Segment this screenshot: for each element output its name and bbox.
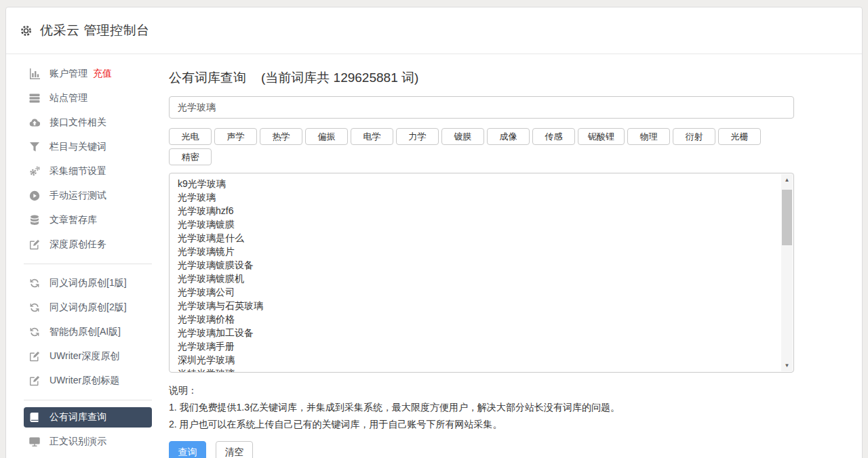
sidebar-item-interface-files[interactable]: 接口文件相关 <box>24 110 152 135</box>
tag-row: 精密 <box>169 148 794 165</box>
sidebar-item-label: 栏目与关键词 <box>50 141 106 153</box>
page-title: 公有词库查询 (当前词库共 129625881 词) <box>169 68 794 87</box>
keyword-results-list[interactable]: k9光学玻璃 光学玻璃 光学玻璃hzf6 光学玻璃镀膜 光学玻璃是什么 光学玻璃… <box>169 173 794 373</box>
edit-icon <box>29 239 40 250</box>
tag-button[interactable]: 镀膜 <box>441 128 484 145</box>
main-content: 公有词库查询 (当前词库共 129625881 词) 光电 声学 热学 偏振 电… <box>169 54 862 458</box>
sidebar-item-label: 文章暂存库 <box>50 214 97 226</box>
sidebar-item-article-staging[interactable]: 文章暂存库 <box>24 208 152 232</box>
page-title-text: 公有词库查询 <box>169 68 246 87</box>
database-icon <box>29 215 40 226</box>
sidebar-item-label: 采集细节设置 <box>50 165 106 178</box>
notes-line-1: 1. 我们免费提供1.3亿关键词库，并集成到采集系统，最大限度方便用户，解决大部… <box>169 399 794 416</box>
sidebar-item-label: 智能伪原创[AI版] <box>50 326 121 338</box>
keyword-row: 光学玻璃公司 <box>178 285 774 299</box>
sidebar-item-label: 深度原创任务 <box>50 238 106 251</box>
keyword-row: 光学玻璃镜片 <box>178 245 774 258</box>
gear-icon <box>20 24 33 37</box>
tag-button[interactable]: 光电 <box>169 128 212 145</box>
sidebar-item-synonym-rewrite-v1[interactable]: 同义词伪原创[1版] <box>24 271 152 295</box>
tag-button[interactable]: 铌酸锂 <box>578 128 625 145</box>
sidebar: 账户管理 充值 站点管理 接口文件相关 栏目与关键词 <box>6 54 169 458</box>
scroll-down-arrow-icon[interactable]: ▼ <box>781 360 793 371</box>
action-buttons: 查询 清空 <box>169 441 794 458</box>
monitor-icon <box>29 436 40 447</box>
scrollbar-track[interactable]: ▲ ▼ <box>781 174 793 371</box>
keyword-row: 光学玻璃是什么 <box>178 231 774 245</box>
tag-button[interactable]: 偏振 <box>305 128 348 145</box>
sidebar-item-manual-run-test[interactable]: 手动运行测试 <box>24 184 152 208</box>
app-window: 优采云 管理控制台 账户管理 充值 站点管理 接口文件相关 <box>5 7 863 458</box>
play-circle-icon <box>29 190 40 201</box>
query-button[interactable]: 查询 <box>169 441 206 458</box>
notes-line-2: 2. 用户也可以在系统上传自己已有的关键词库，用于自己账号下所有网站采集。 <box>169 416 794 433</box>
keyword-row: 光学玻璃hzf6 <box>178 204 774 217</box>
keyword-row: 光学玻璃镀膜 <box>178 217 774 231</box>
sidebar-item-label: 站点管理 <box>50 92 87 104</box>
keyword-row: 光学玻璃镀膜机 <box>178 272 774 285</box>
sidebar-item-content-recognition-demo[interactable]: 正文识别演示 <box>24 430 152 454</box>
app-header: 优采云 管理控制台 <box>6 7 862 54</box>
sidebar-item-synonym-rewrite-v2[interactable]: 同义词伪原创[2版] <box>24 295 152 320</box>
refresh-icon <box>29 327 40 337</box>
bar-chart-icon <box>29 68 40 79</box>
tag-button[interactable]: 传感 <box>532 128 575 145</box>
tag-button[interactable]: 热学 <box>260 128 302 145</box>
sidebar-item-uwriter-deep-original[interactable]: UWriter深度原创 <box>24 344 152 369</box>
sidebar-item-uwriter-original-title[interactable]: UWriter原创标题 <box>24 369 152 393</box>
keyword-row: k9光学玻璃 <box>178 177 774 190</box>
sidebar-item-collection-settings[interactable]: 采集细节设置 <box>24 159 152 184</box>
tag-button[interactable]: 力学 <box>396 128 439 145</box>
keyword-row: 光学玻璃与石英玻璃 <box>178 299 774 312</box>
keyword-row: 光学玻璃镀膜设备 <box>178 258 774 272</box>
keyword-row: 深圳光学玻璃 <box>178 353 774 367</box>
scrollbar-thumb[interactable] <box>782 190 792 245</box>
sidebar-item-label: UWriter原创标题 <box>50 375 119 387</box>
sidebar-item-label: 手动运行测试 <box>50 190 106 202</box>
keyword-row: 光学玻璃 <box>178 190 774 204</box>
sidebar-item-label: 同义词伪原创[1版] <box>50 277 127 289</box>
tag-row: 光电 声学 热学 偏振 电学 力学 镀膜 成像 传感 铌酸锂 物理 衍射 光栅 <box>169 128 794 145</box>
sidebar-item-account-management[interactable]: 账户管理 充值 <box>24 62 152 86</box>
refresh-icon <box>29 302 40 313</box>
keyword-row: 光学玻璃手册 <box>178 339 774 353</box>
sidebar-divider <box>24 400 152 400</box>
sidebar-item-public-lexicon-query[interactable]: 公有词库查询 <box>24 407 152 428</box>
tag-button[interactable]: 成像 <box>487 128 530 145</box>
sidebar-item-ai-rewrite[interactable]: 智能伪原创[AI版] <box>24 320 152 344</box>
sidebar-item-columns-keywords[interactable]: 栏目与关键词 <box>24 135 152 159</box>
cloud-upload-icon <box>29 117 40 128</box>
gears-icon <box>29 166 40 177</box>
app-title: 优采云 管理控制台 <box>40 22 150 39</box>
lexicon-word-count: (当前词库共 129625881 词) <box>261 68 418 87</box>
sidebar-item-label: 公有词库查询 <box>50 411 106 423</box>
notes-title: 说明： <box>169 382 794 399</box>
keyword-row: 光学玻璃加工设备 <box>178 326 774 339</box>
edit-icon <box>29 351 40 362</box>
tag-button[interactable]: 衍射 <box>673 128 715 145</box>
sidebar-divider <box>24 264 152 264</box>
edit-icon <box>29 375 40 386</box>
tag-button[interactable]: 精密 <box>169 148 212 165</box>
refresh-icon <box>29 278 40 289</box>
clear-button[interactable]: 清空 <box>216 441 253 458</box>
sidebar-item-label: 账户管理 <box>50 68 87 80</box>
keyword-row: 肖特光学玻璃 <box>178 367 774 373</box>
sidebar-item-label: 正文识别演示 <box>50 436 106 448</box>
keyword-row: 光学玻璃价格 <box>178 312 774 326</box>
sidebar-item-label: UWriter深度原创 <box>50 350 119 362</box>
recharge-badge[interactable]: 充值 <box>93 68 112 80</box>
tag-button[interactable]: 物理 <box>627 128 670 145</box>
notes-section: 说明： 1. 我们免费提供1.3亿关键词库，并集成到采集系统，最大限度方便用户，… <box>169 382 794 433</box>
book-icon <box>29 412 40 423</box>
tag-button[interactable]: 声学 <box>214 128 257 145</box>
sidebar-item-site-management[interactable]: 站点管理 <box>24 86 152 110</box>
keyword-search-input[interactable] <box>169 96 794 119</box>
scroll-up-arrow-icon[interactable]: ▲ <box>781 174 793 186</box>
tag-button[interactable]: 电学 <box>351 128 393 145</box>
sidebar-item-label: 接口文件相关 <box>50 117 106 129</box>
tag-button[interactable]: 光栅 <box>718 128 761 145</box>
server-icon <box>29 93 40 104</box>
filter-icon <box>29 142 40 152</box>
sidebar-item-deep-original-task[interactable]: 深度原创任务 <box>24 232 152 257</box>
